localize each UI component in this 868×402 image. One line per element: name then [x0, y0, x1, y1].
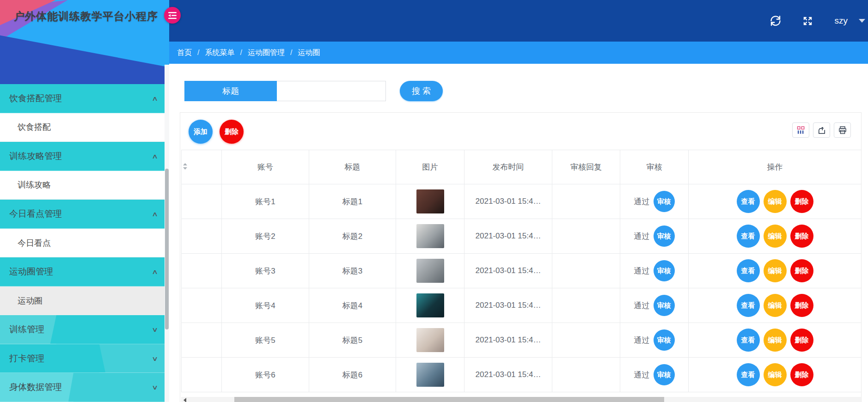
main-content: 标题 搜索 添加 删除 [169, 64, 868, 402]
view-button[interactable]: 查看 [737, 225, 760, 248]
cell-account: 账号2 [222, 219, 309, 254]
sidebar-group-training-guide[interactable]: 训练攻略管理 ∧ [0, 142, 169, 171]
audit-button[interactable]: 审核 [654, 329, 675, 351]
user-caret-icon[interactable] [859, 19, 865, 23]
horizontal-scrollbar-track[interactable] [188, 397, 861, 402]
columns-icon[interactable] [792, 122, 809, 138]
cell-account: 账号1 [222, 184, 309, 219]
table-row: 账号6 标题6 2021-03-01 15:4… 通过 审核 查看 编辑 删除 [182, 358, 862, 392]
sidebar-group-label: 饮食搭配管理 [9, 92, 62, 104]
breadcrumb: 首页 / 系统菜单 / 运动圈管理 / 运动圈 [169, 42, 868, 64]
cell-title: 标题2 [309, 219, 396, 254]
sidebar-group-label: 训练管理 [9, 323, 44, 335]
audit-button[interactable]: 审核 [654, 260, 675, 281]
table-tools [792, 122, 851, 138]
sort-caret-icon [183, 163, 187, 170]
audit-status: 通过 [634, 370, 650, 380]
chevron-up-icon: ∧ [152, 210, 158, 218]
row-photo [416, 328, 444, 352]
cell-publish-time: 2021-03-01 15:4… [465, 358, 552, 392]
row-delete-button[interactable]: 删除 [790, 329, 813, 352]
cell-publish-time: 2021-03-01 15:4… [465, 254, 552, 288]
add-button[interactable]: 添加 [189, 120, 213, 144]
edit-button[interactable]: 编辑 [764, 190, 787, 213]
row-delete-button[interactable]: 删除 [790, 294, 813, 317]
user-name[interactable]: szy [835, 16, 848, 26]
audit-status: 通过 [634, 335, 650, 346]
cell-title: 标题4 [309, 288, 396, 323]
search-input[interactable] [277, 81, 386, 101]
edit-button[interactable]: 编辑 [764, 294, 787, 317]
menu-fold-icon [168, 12, 177, 19]
fullscreen-icon[interactable] [802, 15, 813, 26]
col-header-image: 图片 [396, 150, 465, 184]
view-button[interactable]: 查看 [737, 329, 760, 352]
sidebar-scrollbar-thumb[interactable] [165, 169, 169, 329]
breadcrumb-home[interactable]: 首页 [177, 48, 192, 58]
sidebar-item-diet[interactable]: 饮食搭配 [0, 113, 169, 142]
horizontal-scrollbar-thumb[interactable] [234, 397, 664, 402]
print-icon[interactable] [834, 122, 851, 138]
chevron-up-icon: ∧ [152, 268, 158, 275]
table-header-row: 账号 标题 图片 发布时间 审核回复 审核 操作 [182, 150, 862, 184]
cell-publish-time: 2021-03-01 15:4… [465, 184, 552, 219]
scroll-left-arrow-icon[interactable] [181, 397, 188, 402]
audit-button[interactable]: 审核 [654, 364, 675, 385]
sidebar-group-training[interactable]: 训练管理 ∨ [0, 315, 169, 344]
cell-account: 账号4 [222, 288, 309, 323]
sidebar-item-daily-highlights[interactable]: 今日看点 [0, 229, 169, 258]
sidebar-group-diet[interactable]: 饮食搭配管理 ∧ [0, 84, 169, 113]
breadcrumb-sports-circle-mgmt[interactable]: 运动圈管理 [248, 48, 285, 58]
cell-index [182, 358, 222, 392]
edit-button[interactable]: 编辑 [764, 259, 787, 282]
audit-status: 通过 [634, 266, 650, 276]
sidebar-group-sports-circle[interactable]: 运动圈管理 ∧ [0, 257, 169, 286]
delete-button[interactable]: 删除 [220, 120, 244, 144]
audit-button[interactable]: 审核 [654, 191, 675, 212]
sidebar-item-label: 饮食搭配 [18, 122, 51, 133]
edit-button[interactable]: 编辑 [764, 363, 787, 386]
view-button[interactable]: 查看 [737, 259, 760, 282]
audit-button[interactable]: 审核 [654, 295, 675, 316]
view-button[interactable]: 查看 [737, 190, 760, 213]
row-delete-button[interactable]: 删除 [790, 190, 813, 213]
row-delete-button[interactable]: 删除 [790, 259, 813, 282]
cell-account: 账号6 [222, 358, 309, 392]
edit-button[interactable]: 编辑 [764, 329, 787, 352]
view-button[interactable]: 查看 [737, 363, 760, 386]
menu-toggle-button[interactable] [164, 7, 181, 24]
cell-title: 标题5 [309, 323, 396, 358]
col-header-publish-time: 发布时间 [465, 150, 552, 184]
refresh-icon[interactable] [770, 15, 781, 26]
sidebar-group-label: 运动圈管理 [9, 266, 53, 278]
row-delete-button[interactable]: 删除 [790, 225, 813, 248]
cell-publish-time: 2021-03-01 15:4… [465, 323, 552, 358]
row-photo [416, 293, 444, 317]
horizontal-scrollbar[interactable] [181, 397, 861, 402]
cell-index [182, 219, 222, 254]
sidebar-group-daily-highlights[interactable]: 今日看点管理 ∧ [0, 200, 169, 229]
cell-audit-reply [552, 288, 620, 323]
table-row: 账号3 标题3 2021-03-01 15:4… 通过 审核 查看 编辑 删除 [182, 254, 862, 288]
col-header-actions: 操作 [689, 150, 862, 184]
row-photo [416, 363, 444, 387]
filter-field-button[interactable]: 标题 [184, 81, 277, 101]
sidebar-group-body-data[interactable]: 身体数据管理 ∨ [0, 373, 169, 402]
breadcrumb-separator: / [240, 49, 242, 57]
search-button[interactable]: 搜索 [400, 81, 443, 101]
cell-audit-reply [552, 219, 620, 254]
sidebar-group-checkin[interactable]: 打卡管理 ∨ [0, 344, 169, 373]
sidebar-item-sports-circle[interactable]: 运动圈 [0, 286, 169, 316]
sidebar-group-label: 打卡管理 [9, 353, 44, 365]
audit-button[interactable]: 审核 [654, 225, 675, 247]
sidebar-group-label: 今日看点管理 [9, 208, 62, 220]
edit-button[interactable]: 编辑 [764, 225, 787, 248]
sidebar-scrollbar[interactable] [165, 65, 169, 402]
export-icon[interactable] [813, 122, 830, 138]
breadcrumb-system-menu[interactable]: 系统菜单 [205, 48, 234, 58]
cell-title: 标题6 [309, 358, 396, 392]
sidebar-item-training-guide[interactable]: 训练攻略 [0, 171, 169, 200]
row-delete-button[interactable]: 删除 [790, 363, 813, 386]
view-button[interactable]: 查看 [737, 294, 760, 317]
cell-index [182, 184, 222, 219]
